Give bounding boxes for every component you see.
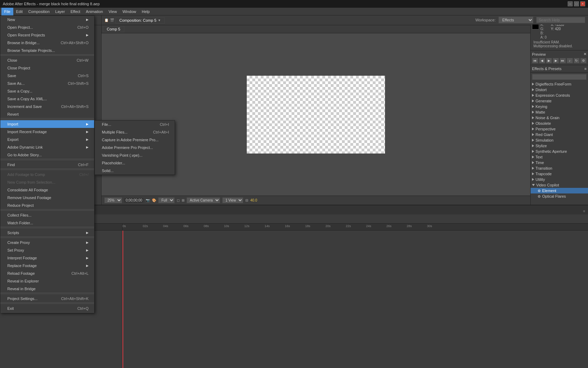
effect-group-obsolete[interactable]: Obsolete — [531, 121, 588, 126]
effect-group-perspective[interactable]: Perspective — [531, 126, 588, 132]
menu-increment-save[interactable]: Increment and SaveCtrl+Alt+Shift+S — [0, 103, 94, 110]
grid-btn[interactable]: ⊞ — [182, 198, 184, 202]
effect-group-noise-&-grain[interactable]: Noise & Grain — [531, 115, 588, 121]
effect-group-stylize[interactable]: Stylize — [531, 143, 588, 149]
menu-go-to-adobe-story[interactable]: Go to Adobe Story... — [0, 151, 94, 159]
menu-new[interactable]: New▶ — [0, 16, 94, 23]
zoom-dropdown[interactable]: 25% — [104, 197, 122, 203]
menu-scripts[interactable]: Scripts▶ — [0, 229, 94, 237]
effects-search-input[interactable] — [532, 74, 587, 80]
effect-group-expression-controls[interactable]: Expression Controls — [531, 93, 588, 98]
minimize-button[interactable]: ─ — [568, 1, 573, 6]
menu-open-recent[interactable]: Open Recent Projects▶ — [0, 31, 94, 39]
menu-export[interactable]: Export▶ — [0, 136, 94, 143]
comp-subtab[interactable]: Comp 5 — [103, 26, 124, 32]
effect-group-keying[interactable]: Keying — [531, 104, 588, 109]
menu-animation[interactable]: Animation — [83, 8, 106, 15]
view-mode-dropdown[interactable]: 1 View — [222, 197, 243, 203]
menu-open-project[interactable]: Open Project...Ctrl+O — [0, 23, 94, 31]
menu-create-proxy[interactable]: Create Proxy▶ — [0, 239, 94, 246]
menu-reduce-project[interactable]: Reduce Project — [0, 202, 94, 209]
resolution-control[interactable]: Full — [158, 197, 175, 203]
submenu-premiere-project[interactable]: Adobe Premiere Pro Project... — [95, 144, 175, 151]
effect-group-video-copilot[interactable]: Video Copilot — [531, 182, 588, 188]
menu-find[interactable]: FindCtrl+F — [0, 161, 94, 169]
preview-prev-frame-btn[interactable]: ◀ — [539, 58, 545, 63]
effect-group-generate[interactable]: Generate — [531, 98, 588, 104]
workspace-dropdown[interactable]: Effects — [498, 16, 533, 23]
menu-reload-footage[interactable]: Reload FootageCtrl+Alt+L — [0, 270, 94, 277]
view-dropdown-ctrl[interactable]: Active Camera — [187, 197, 220, 203]
effect-group-trapcode[interactable]: Trapcode — [531, 171, 588, 177]
close-button[interactable]: ✕ — [580, 1, 585, 6]
effect-group-transition[interactable]: Transition — [531, 165, 588, 171]
menu-save-copy-xml[interactable]: Save a Copy As XML... — [0, 95, 94, 103]
preview-first-btn[interactable]: ⏮ — [532, 58, 538, 63]
menu-remove-unused[interactable]: Remove Unused Footage — [0, 194, 94, 202]
effect-sub-item-optical-flares[interactable]: ⚙Optical Flares — [531, 193, 588, 199]
maximize-button[interactable]: □ — [574, 1, 579, 6]
menu-window[interactable]: Window — [120, 8, 139, 15]
submenu-solid[interactable]: Solid... — [95, 167, 175, 175]
region-of-interest-btn[interactable]: ◻ — [177, 198, 180, 202]
preview-next-frame-btn[interactable]: ▶ — [553, 58, 559, 63]
effect-group-utility[interactable]: Utility — [531, 177, 588, 182]
menu-reveal-bridge[interactable]: Reveal in Bridge — [0, 285, 94, 293]
effects-menu-btn[interactable]: ≡ — [584, 67, 587, 71]
effect-group-synthetic-aperture[interactable]: Synthetic Aperture — [531, 149, 588, 154]
menu-replace-footage[interactable]: Replace Footage▶ — [0, 262, 94, 270]
menu-save[interactable]: SaveCtrl+S — [0, 72, 94, 80]
submenu-capture-premiere[interactable]: Capture in Adobe Premiere Pro... — [95, 136, 175, 144]
menu-set-proxy[interactable]: Set Proxy▶ — [0, 246, 94, 254]
menu-browse-template[interactable]: Browse Template Projects... — [0, 47, 94, 54]
preview-settings-btn[interactable]: ⚙ — [580, 58, 587, 63]
menu-browse-bridge[interactable]: Browse in Bridge...Ctrl+Alt+Shift+O — [0, 39, 94, 47]
menu-effect[interactable]: Effect — [68, 8, 83, 15]
active-camera-dropdown[interactable]: Active Camera — [187, 197, 220, 203]
effect-group-simulation[interactable]: Simulation — [531, 137, 588, 143]
menu-adobe-dynamic-link[interactable]: Adobe Dynamic Link▶ — [0, 143, 94, 151]
menu-save-copy[interactable]: Save a Copy... — [0, 87, 94, 95]
view-mode-dropdown-ctrl[interactable]: 1 View — [222, 197, 243, 203]
zoom-control[interactable]: 25% — [104, 197, 122, 203]
submenu-vanishing-point[interactable]: Vanishing Point (.vpe)... — [95, 151, 175, 159]
menu-layer[interactable]: Layer — [52, 8, 68, 15]
show-channel-btn[interactable]: 🎨 — [152, 198, 156, 202]
menu-close-project[interactable]: Close Project — [0, 64, 94, 72]
menu-revert[interactable]: Revert — [0, 110, 94, 118]
resolution-dropdown[interactable]: Full — [158, 197, 175, 203]
menu-view[interactable]: View — [106, 8, 120, 15]
menu-edit[interactable]: Edit — [13, 8, 26, 15]
submenu-multiple-files[interactable]: Multiple Files...Ctrl+Alt+I — [95, 128, 175, 136]
effect-group-text[interactable]: Text — [531, 154, 588, 160]
submenu-file[interactable]: File...Ctrl+I — [95, 121, 175, 128]
menu-consolidate[interactable]: Consolidate All Footage — [0, 186, 94, 194]
menu-reveal-explorer[interactable]: Reveal in Explorer — [0, 277, 94, 285]
snapshot-btn[interactable]: 📷 — [146, 198, 150, 202]
menu-watch-folder[interactable]: Watch Folder... — [0, 219, 94, 227]
menu-help[interactable]: Help — [139, 8, 153, 15]
menu-save-as[interactable]: Save As...Ctrl+Shift+S — [0, 80, 94, 87]
menu-file[interactable]: File — [1, 8, 13, 15]
effect-sub-item-element[interactable]: ⚙Element — [531, 188, 588, 193]
preview-audio-btn[interactable]: ♪ — [567, 58, 573, 63]
menu-close[interactable]: CloseCtrl+W — [0, 56, 94, 64]
effect-group-digieffects-freeform[interactable]: Digieffects FreeForm — [531, 81, 588, 87]
submenu-placeholder[interactable]: Placeholder... — [95, 159, 175, 167]
effect-group-red-giant[interactable]: Red Giant — [531, 132, 588, 137]
effect-group-distort[interactable]: Distort — [531, 87, 588, 93]
preview-loop-btn[interactable]: ↻ — [574, 58, 580, 63]
menu-interpret-footage[interactable]: Interpret Footage▶ — [0, 254, 94, 262]
comp-tab-active[interactable]: Composition: Comp 5 ▼ — [115, 17, 165, 23]
preview-close-btn[interactable]: ✕ — [583, 52, 587, 56]
menu-import-recent[interactable]: Import Recent Footage▶ — [0, 128, 94, 136]
menu-composition[interactable]: Composition — [26, 8, 52, 15]
preview-play-btn[interactable]: ▶ — [546, 58, 552, 63]
menu-project-settings[interactable]: Project Settings...Ctrl+Alt+Shift+K — [0, 295, 94, 302]
menu-exit[interactable]: ExitCtrl+Q — [0, 305, 94, 312]
menu-import[interactable]: Import▶ — [0, 120, 94, 128]
preview-last-btn[interactable]: ⏭ — [560, 58, 566, 63]
toggle-panels-btn[interactable]: ⊟ — [245, 198, 248, 202]
effect-group-time[interactable]: Time — [531, 160, 588, 165]
search-help-input[interactable] — [536, 17, 585, 23]
